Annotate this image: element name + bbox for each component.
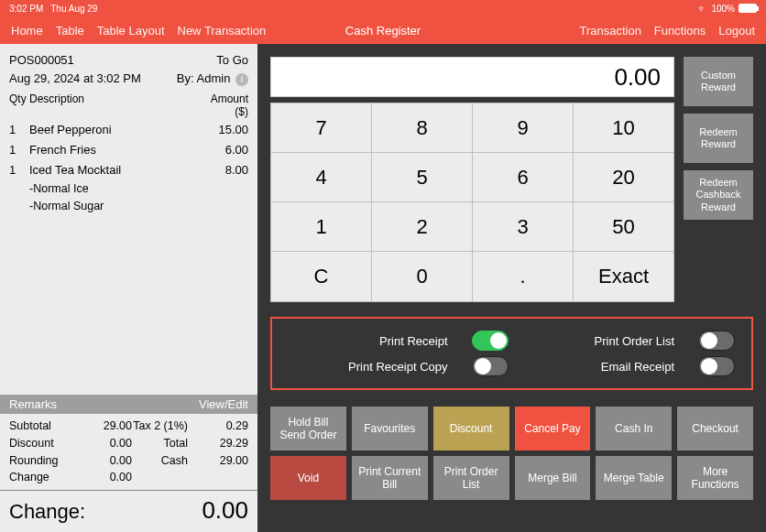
remarks-bar[interactable]: Remarks View/Edit (0, 395, 257, 414)
status-bar: 3:02 PM Thu Aug 29 ᯤ 100% (0, 0, 766, 16)
nav-new-transaction[interactable]: New Transaction (178, 24, 267, 38)
toggle-email[interactable] (698, 356, 735, 376)
receipt-datetime: Aug 29, 2024 at 3:02 PM (9, 70, 141, 88)
total-row: Discount0.00Total29.29 (9, 435, 248, 452)
total-row: Subtotal29.00Tax 2 (1%)0.29 (9, 418, 248, 435)
label-print-copy: Print Receipt Copy (348, 360, 447, 374)
change-label: Change: (9, 500, 85, 524)
keypad: 789104562012350C0.Exact (270, 103, 674, 302)
label-email: Email Receipt (601, 360, 674, 374)
battery-pct: 100% (711, 4, 735, 14)
wifi-icon: ᯤ (698, 4, 707, 14)
key-c[interactable]: C (271, 252, 372, 301)
fn-print-order-list[interactable]: Print Order List (433, 456, 509, 500)
fn-void[interactable]: Void (270, 456, 346, 500)
reward-column: Custom RewardRedeem RewardRedeem Cashbac… (684, 57, 753, 302)
nav-left: Home Table Table Layout New Transaction (11, 24, 266, 38)
totals: Subtotal29.00Tax 2 (1%)0.29Discount0.00T… (0, 414, 257, 490)
label-print-receipt: Print Receipt (379, 334, 447, 348)
item-modifier: -Normal Ice (9, 180, 248, 198)
fn-checkout[interactable]: Checkout (677, 407, 753, 451)
col-desc: Description (29, 92, 197, 118)
key-1[interactable]: 1 (271, 202, 372, 252)
fn-cancel-pay[interactable]: Cancel Pay (515, 407, 591, 451)
fn-merge-bill[interactable]: Merge Bill (515, 456, 591, 500)
reward-button[interactable]: Redeem Reward (684, 114, 753, 163)
change-value: 0.00 (202, 496, 248, 525)
key-.[interactable]: . (473, 252, 574, 301)
fn-favourites[interactable]: Favourites (352, 407, 428, 451)
key-50[interactable]: 50 (574, 202, 673, 252)
key-0[interactable]: 0 (372, 252, 473, 301)
fn-merge-table[interactable]: Merge Table (596, 456, 672, 500)
page-title: Cash Register (345, 24, 421, 38)
remarks-label: Remarks (9, 397, 57, 411)
nav-functions[interactable]: Functions (654, 24, 706, 38)
fn-hold-bill-send-order[interactable]: Hold Bill Send Order (270, 407, 346, 451)
nav-logout[interactable]: Logout (718, 24, 755, 38)
remarks-action[interactable]: View/Edit (199, 397, 248, 411)
status-time: 3:02 PM (9, 4, 43, 14)
key-7[interactable]: 7 (271, 103, 372, 153)
fn-print-current-bill[interactable]: Print Current Bill (352, 456, 428, 500)
key-8[interactable]: 8 (372, 103, 473, 153)
key-20[interactable]: 20 (574, 153, 673, 202)
key-4[interactable]: 4 (271, 153, 372, 202)
receipt-items: 1Beef Pepperoni15.001French Fries6.001Ic… (0, 120, 257, 395)
calc-readout: 0.00 (270, 57, 674, 97)
receipt-panel: POS000051 To Go Aug 29, 2024 at 3:02 PM … (0, 44, 257, 532)
print-options: Print Receipt Print Order List Print Rec… (270, 317, 753, 390)
item-row[interactable]: 1French Fries6.00 (9, 140, 248, 160)
key-exact[interactable]: Exact (574, 252, 673, 301)
function-grid: Hold Bill Send OrderFavouritesDiscountCa… (270, 407, 753, 500)
nav-transaction[interactable]: Transaction (579, 24, 640, 38)
toggle-print-receipt[interactable] (472, 331, 509, 351)
key-10[interactable]: 10 (574, 103, 673, 153)
nav-right: Transaction Functions Logout (579, 24, 755, 38)
total-row: Rounding0.00Cash29.00 (9, 452, 248, 470)
key-6[interactable]: 6 (473, 153, 574, 202)
nav-home[interactable]: Home (11, 24, 43, 38)
nav-table-layout[interactable]: Table Layout (97, 24, 165, 38)
col-qty: Qty (9, 92, 29, 118)
toggle-print-order[interactable] (698, 331, 735, 351)
order-type: To Go (216, 51, 248, 70)
key-5[interactable]: 5 (372, 153, 473, 202)
label-print-order: Print Order List (595, 334, 674, 348)
item-row[interactable]: 1Iced Tea Mocktail8.00 (9, 160, 248, 180)
status-date: Thu Aug 29 (50, 4, 97, 14)
total-row: Change0.00 (9, 469, 248, 486)
fn-more-functions[interactable]: More Functions (677, 456, 753, 500)
key-9[interactable]: 9 (473, 103, 574, 153)
info-icon[interactable]: i (235, 73, 248, 86)
key-2[interactable]: 2 (372, 202, 473, 252)
nav-table[interactable]: Table (56, 24, 84, 38)
item-row[interactable]: 1Beef Pepperoni15.00 (9, 120, 248, 140)
battery-icon (739, 4, 757, 13)
toggle-print-copy[interactable] (472, 356, 509, 376)
fn-discount[interactable]: Discount (433, 407, 509, 451)
reward-button[interactable]: Redeem Cashback Reward (684, 170, 753, 220)
key-3[interactable]: 3 (473, 202, 574, 252)
reward-button[interactable]: Custom Reward (684, 57, 753, 106)
fn-cash-in[interactable]: Cash In (596, 407, 672, 451)
header: Home Table Table Layout New Transaction … (0, 16, 766, 44)
receipt-by: By: Admin (177, 71, 231, 85)
col-amt: Amount ($) (197, 92, 248, 118)
item-modifier: -Normal Sugar (9, 198, 248, 215)
pos-id: POS000051 (9, 51, 74, 70)
